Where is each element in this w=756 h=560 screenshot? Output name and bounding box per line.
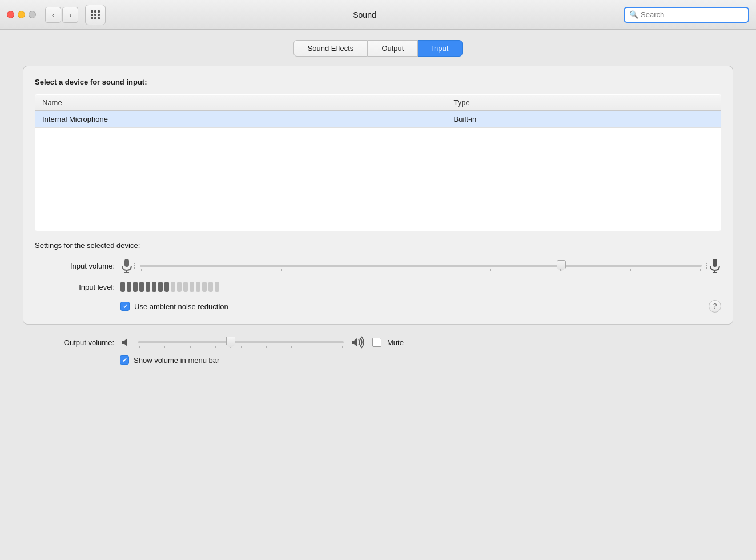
nav-buttons: ‹ › <box>45 7 78 23</box>
speaker-high-icon <box>349 336 367 349</box>
microphone-high-svg <box>709 258 721 274</box>
close-button[interactable] <box>7 11 14 18</box>
mic-high-icon <box>706 258 721 274</box>
app-grid-button[interactable] <box>85 5 106 25</box>
window-title: Sound <box>110 10 619 19</box>
search-icon: 🔍 <box>629 10 638 19</box>
show-volume-label: Show volume in menu bar <box>134 356 219 365</box>
table-header-name: Name <box>35 95 447 111</box>
output-volume-fill <box>138 341 231 343</box>
checkmark-icon-2: ✓ <box>122 357 127 364</box>
slider-ticks <box>140 269 702 271</box>
level-bar-13 <box>196 282 200 292</box>
tab-output[interactable]: Output <box>368 40 418 57</box>
tab-sound-effects[interactable]: Sound Effects <box>293 40 368 57</box>
zoom-button[interactable] <box>29 11 36 18</box>
microphone-low-svg <box>120 258 133 274</box>
mute-label: Mute <box>387 338 404 347</box>
level-bar-4 <box>139 282 144 292</box>
device-section-title: Select a device for sound input: <box>35 78 721 86</box>
forward-button[interactable]: › <box>62 7 78 23</box>
svg-rect-0 <box>124 259 129 267</box>
output-volume-label: Output volume: <box>23 338 114 347</box>
output-volume-track <box>138 341 344 343</box>
mic-low-icon <box>120 258 135 274</box>
grid-icon <box>91 10 100 19</box>
device-name: Internal Microphone <box>35 111 447 128</box>
input-volume-track <box>140 265 702 267</box>
level-bar-9 <box>171 282 175 292</box>
show-volume-checkbox[interactable]: ✓ <box>120 355 129 365</box>
mic-dots-right <box>706 263 707 269</box>
mic-dots-left <box>134 263 135 269</box>
bottom-section: Output volume: <box>0 325 756 376</box>
level-bar-11 <box>183 282 188 292</box>
search-box[interactable]: 🔍 <box>624 7 749 23</box>
svg-rect-3 <box>713 259 717 267</box>
titlebar: ‹ › Sound 🔍 <box>0 0 756 30</box>
input-volume-slider-container <box>120 258 721 274</box>
level-bar-2 <box>127 282 131 292</box>
level-bar-8 <box>164 282 169 292</box>
output-slider-ticks <box>138 346 344 348</box>
device-table: Name Type Internal Microphone Built-in <box>35 94 721 231</box>
settings-title: Settings for the selected device: <box>35 241 721 250</box>
input-level-label: Input level: <box>35 283 115 291</box>
minimize-button[interactable] <box>18 11 25 18</box>
level-bar-1 <box>120 282 125 292</box>
level-bar-3 <box>133 282 138 292</box>
output-volume-row: Output volume: <box>23 336 733 349</box>
tab-input[interactable]: Input <box>418 40 463 57</box>
help-button[interactable]: ? <box>709 300 721 313</box>
table-empty-row <box>35 128 721 231</box>
level-bar-6 <box>152 282 156 292</box>
level-bar-10 <box>177 282 182 292</box>
table-header-type: Type <box>447 95 721 111</box>
level-bar-15 <box>208 282 213 292</box>
input-volume-fill <box>140 265 561 267</box>
level-bar-16 <box>215 282 219 292</box>
level-bar-7 <box>158 282 163 292</box>
tab-bar: Sound Effects Output Input <box>293 40 463 57</box>
back-button[interactable]: ‹ <box>45 7 61 23</box>
search-input[interactable] <box>641 10 743 19</box>
checkmark-icon: ✓ <box>123 303 128 310</box>
input-level-bars <box>120 282 219 292</box>
level-bar-14 <box>202 282 207 292</box>
input-volume-label: Input volume: <box>35 262 115 270</box>
speaker-low-icon <box>120 336 132 349</box>
settings-section: Settings for the selected device: Input … <box>35 241 721 313</box>
table-row[interactable]: Internal Microphone Built-in <box>35 111 721 128</box>
level-bar-12 <box>190 282 194 292</box>
svg-marker-6 <box>122 338 127 346</box>
main-panel: Select a device for sound input: Name Ty… <box>23 66 733 325</box>
svg-marker-7 <box>352 338 357 346</box>
traffic-lights <box>7 11 36 18</box>
level-bar-5 <box>146 282 150 292</box>
noise-reduction-label: Use ambient noise reduction <box>134 302 228 311</box>
input-level-row: Input level: <box>35 282 721 292</box>
mute-checkbox[interactable] <box>372 338 381 347</box>
show-volume-row: ✓ Show volume in menu bar <box>23 355 733 365</box>
noise-reduction-checkbox[interactable]: ✓ <box>120 302 130 311</box>
device-type: Built-in <box>447 111 721 128</box>
input-volume-row: Input volume: <box>35 258 721 274</box>
